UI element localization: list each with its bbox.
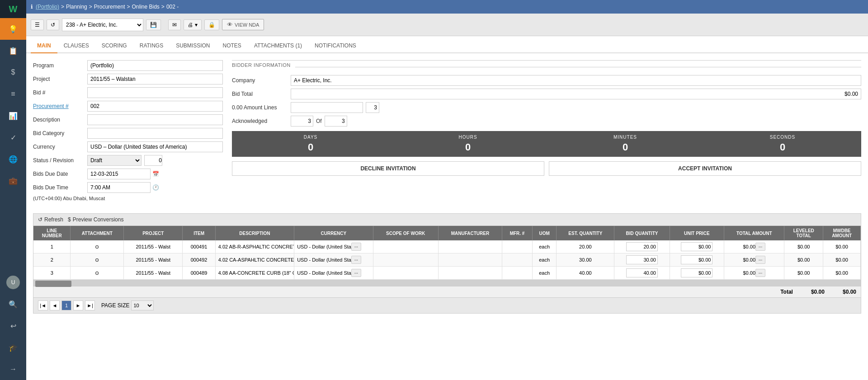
bid-total-input[interactable] [291, 89, 861, 99]
cell-bid-qty-3[interactable] [614, 267, 670, 280]
acknowledged-input[interactable] [291, 116, 313, 127]
bid-input[interactable] [87, 87, 223, 98]
timer-seconds: SECONDS 0 [704, 131, 861, 157]
bid-qty-input-3[interactable] [626, 268, 658, 277]
sidebar-item-dashboard[interactable]: 💡 [0, 18, 26, 40]
status-select[interactable]: Draft [87, 155, 142, 166]
prev-page-button[interactable]: ◄ [50, 300, 60, 310]
tab-notifications[interactable]: NOTIFICATIONS [308, 39, 363, 53]
bid-qty-input-2[interactable] [626, 255, 658, 264]
main-content: ℹ (Portfolio) > Planning > Procurement >… [26, 0, 868, 380]
cell-scope-2 [373, 253, 438, 267]
current-page-button[interactable]: 1 [61, 300, 71, 310]
total-expand-3[interactable]: ··· [755, 269, 765, 277]
lock-button[interactable]: 🔒 [204, 19, 219, 30]
currency-expand-1[interactable]: ··· [351, 243, 361, 251]
sidebar-item-learning[interactable]: 🎓 [0, 337, 26, 358]
refresh-button[interactable]: ↺ Refresh [38, 216, 63, 223]
sidebar-item-navigate[interactable]: → [0, 358, 26, 380]
next-page-button[interactable]: ► [73, 300, 83, 310]
amount-lines-input[interactable] [291, 102, 363, 113]
description-input[interactable] [87, 114, 223, 125]
history-button[interactable]: ↺ [47, 19, 59, 30]
tab-clauses[interactable]: CLAUSES [57, 39, 95, 53]
view-nda-button[interactable]: 👁 VIEW NDA [222, 19, 264, 30]
cell-currency-3: USD - Dollar (United Sta··· [294, 267, 373, 280]
first-page-button[interactable]: |◄ [38, 300, 48, 310]
sidebar-item-list[interactable]: ≡ [0, 83, 26, 105]
timer-minutes: MINUTES 0 [547, 131, 704, 157]
menu-button[interactable]: ☰ [31, 19, 44, 30]
timer-days: DAYS 0 [232, 131, 389, 157]
cell-mfr-2 [502, 253, 533, 267]
tab-ratings[interactable]: RATINGS [133, 39, 170, 53]
decline-invitation-button[interactable]: DECLINE INVITATION [232, 161, 544, 176]
accept-invitation-button[interactable]: ACCEPT INVITATION [549, 161, 861, 176]
timer-hours: HOURS 0 [389, 131, 547, 157]
cell-unit-price-3[interactable] [670, 267, 724, 280]
page-size-select[interactable]: 10 25 50 100 [131, 300, 154, 310]
currency-input[interactable] [87, 141, 223, 152]
amount-count-input[interactable] [366, 102, 379, 113]
revision-input[interactable] [144, 155, 162, 166]
sidebar-item-financials[interactable]: $ [0, 61, 26, 83]
breadcrumb-portfolio[interactable]: (Portfolio) [36, 4, 59, 10]
cell-leveled-3: $0.00 [784, 267, 823, 280]
currency-expand-2[interactable]: ··· [351, 256, 361, 264]
sidebar-item-search[interactable]: 🔍 [0, 293, 26, 315]
sidebar-item-documents[interactable]: 📋 [0, 40, 26, 61]
unit-price-input-2[interactable] [681, 255, 712, 264]
total-expand-1[interactable]: ··· [755, 243, 765, 251]
unit-price-input-3[interactable] [681, 268, 712, 277]
cell-leveled-2: $0.00 [784, 253, 823, 267]
program-input[interactable] [87, 60, 223, 71]
preview-icon: $ [68, 216, 71, 223]
tab-main[interactable]: MAIN [31, 39, 57, 53]
table-row: 2 ⊙ 2011/55 - Walst 000492 4.02 CA-ASPAH… [33, 253, 861, 267]
sidebar-item-approvals[interactable]: ✓ [0, 127, 26, 148]
cell-unit-price-2[interactable] [670, 253, 724, 267]
bids-due-time-input[interactable] [87, 182, 151, 193]
unit-price-input-1[interactable] [681, 242, 712, 251]
sidebar-item-avatar[interactable]: U [0, 272, 26, 293]
cell-bid-qty-1[interactable] [614, 240, 670, 253]
save-button[interactable]: 💾 [146, 19, 161, 30]
bids-due-date-input[interactable] [87, 169, 151, 179]
company-input[interactable] [291, 75, 861, 86]
procurement-input[interactable] [87, 101, 223, 112]
cell-bid-qty-2[interactable] [614, 253, 670, 267]
col-item: ITEM [183, 226, 215, 240]
procurement-link[interactable]: Procurement # [33, 103, 69, 109]
sidebar-item-global[interactable]: 🌐 [0, 148, 26, 170]
total-expand-2[interactable]: ··· [755, 256, 765, 264]
cell-attachment-1[interactable]: ⊙ [71, 240, 124, 253]
bidder-select[interactable]: 238 - A+ Electric, Inc. [62, 19, 143, 31]
bid-qty-input-1[interactable] [626, 242, 658, 251]
tab-attachments[interactable]: ATTACHMENTS (1) [248, 39, 308, 53]
logo-icon: W [9, 4, 18, 14]
last-page-button[interactable]: ►| [85, 300, 95, 310]
sidebar-item-reports[interactable]: 📊 [0, 105, 26, 127]
cell-attachment-3[interactable]: ⊙ [71, 267, 124, 280]
preview-conversions-button[interactable]: $ Preview Conversions [68, 216, 123, 223]
horizontal-scrollbar[interactable] [33, 280, 861, 286]
cell-est-qty-3: 40.00 [557, 267, 614, 280]
tab-notes[interactable]: NOTES [217, 39, 248, 53]
bid-category-input[interactable] [87, 128, 223, 139]
description-row: Description [33, 114, 223, 125]
avatar: U [6, 276, 20, 289]
tab-submission[interactable]: SUBMISSION [170, 39, 216, 53]
sidebar-item-history[interactable]: ↩ [0, 315, 26, 337]
calendar-icon[interactable]: 📅 [152, 171, 159, 177]
project-input[interactable] [87, 74, 223, 84]
email-button[interactable]: ✉ [168, 19, 181, 30]
tab-scoring[interactable]: SCORING [95, 39, 133, 53]
sidebar: W 💡 📋 $ ≡ 📊 ✓ 🌐 💼 U 🔍 ↩ 🎓 → [0, 0, 26, 380]
of-value-input[interactable] [325, 116, 347, 127]
cell-unit-price-1[interactable] [670, 240, 724, 253]
currency-expand-3[interactable]: ··· [351, 269, 361, 277]
cell-attachment-2[interactable]: ⊙ [71, 253, 124, 267]
print-button[interactable]: 🖨▾ [184, 19, 202, 30]
cell-item-1: 000491 [183, 240, 215, 253]
sidebar-item-portfolio[interactable]: 💼 [0, 170, 26, 192]
